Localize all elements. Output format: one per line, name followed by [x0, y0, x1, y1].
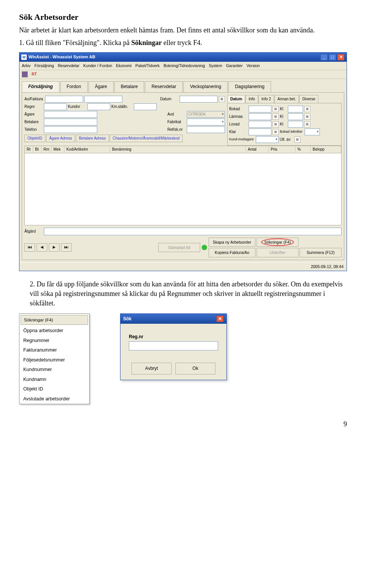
doc-intro: När arbetet är klart kan arbetsordern en… [19, 26, 347, 35]
input-kmstalln[interactable] [134, 103, 157, 110]
menu-item-kundnummer[interactable]: Kundnummer [19, 365, 89, 375]
input-kl3[interactable] [288, 121, 303, 128]
menu-item-objektid[interactable]: Objekt ID [19, 384, 89, 394]
toolbar-icon[interactable] [22, 71, 28, 77]
input-klar[interactable] [249, 129, 271, 135]
input-aofaktura[interactable] [45, 96, 83, 103]
menu-item[interactable]: Paket/Tidverk [135, 63, 160, 69]
nav-last[interactable]: ⏭ [61, 243, 72, 252]
input-kl2[interactable] [288, 113, 303, 120]
select-fabrikat[interactable] [187, 119, 225, 125]
kopiera-button[interactable]: Kopiera Faktura/Ao [209, 248, 255, 257]
menu-item[interactable]: Garantier [226, 63, 243, 69]
input-bokad[interactable] [249, 106, 271, 112]
calendar-icon[interactable]: ▦ [273, 106, 279, 112]
col-benamning: Benämning [110, 146, 246, 153]
subtab-datum[interactable]: Datum [227, 95, 245, 103]
btn-agareadress[interactable]: Ägare Adress [46, 135, 75, 142]
label-fabrikat: Fabrikat [167, 119, 186, 125]
menu-item[interactable]: Försäljning [34, 63, 54, 69]
input-regnr[interactable] [44, 103, 67, 110]
menu-item[interactable]: Kunder / Fordon [83, 63, 112, 69]
app-window: W WinAssist - Winassist System AB _ □ ✕ … [19, 52, 347, 271]
input-agare[interactable] [44, 111, 97, 118]
label-betalare: Betalare [24, 119, 43, 125]
menu-item[interactable]: Bokning/Tidredovisning [164, 63, 205, 69]
tab-betalare[interactable]: Betalare [114, 81, 144, 92]
maximize-button[interactable]: □ [329, 54, 336, 61]
sokningar-button[interactable]: Sökningar (F4) [257, 238, 299, 247]
tab-agare[interactable]: Ägare [88, 81, 114, 92]
sok-cancel-button[interactable]: Avbryt [132, 363, 172, 374]
calendar-icon[interactable]: ▦ [304, 106, 310, 112]
menu-head[interactable]: Sökningar (F4) [21, 315, 88, 325]
skapa-button[interactable]: Skapa ny Arbetsorder [209, 238, 255, 247]
menu-item[interactable]: Reservdelar [58, 63, 80, 69]
status-dot-icon [202, 245, 207, 250]
subtab-annanbet[interactable]: Annan bet. [274, 95, 299, 103]
sok-ok-button[interactable]: Ok [175, 363, 215, 374]
label-aofaktura: Ao/Faktura [24, 96, 44, 102]
nav-next[interactable]: ► [49, 243, 59, 252]
utskrifter-button[interactable]: Utskrifter [257, 248, 299, 257]
label-kl3: Kl [280, 122, 287, 127]
sok-close-button[interactable]: ✕ [216, 315, 224, 322]
sokningar-label: Sökningar (F4) [261, 238, 294, 246]
col-mek: Mek [51, 146, 64, 153]
close-button[interactable]: ✕ [337, 54, 345, 61]
list-body[interactable] [24, 153, 342, 225]
tab-veckoplanering[interactable]: Veckoplanering [183, 81, 228, 92]
col-pris: Pris [269, 146, 295, 153]
calendar-icon[interactable]: ▦ [304, 121, 310, 127]
calendar-icon[interactable]: ▦ [219, 96, 225, 102]
label-bokadtek: Bokad tekniker [280, 129, 303, 134]
nav-prev[interactable]: ◄ [37, 243, 47, 252]
col-kod: Kod/Artikelnr [64, 146, 110, 153]
select-avd[interactable]: CITROEN [187, 111, 225, 118]
menu-item-regnummer[interactable]: Regnummer [19, 336, 89, 346]
input-lamnas[interactable] [249, 113, 271, 120]
calendar-icon[interactable]: ▦ [273, 121, 279, 127]
btn-objektid[interactable]: ObjektID [24, 135, 45, 142]
input-telefon[interactable] [44, 126, 97, 133]
tab-fordon[interactable]: Fordon [60, 81, 88, 92]
input-datum[interactable] [180, 96, 218, 103]
label-utlav: Utl. av [280, 137, 293, 142]
input-refsknr[interactable] [187, 126, 225, 133]
summera-button[interactable]: Summera (F12) [300, 248, 342, 257]
nav-first[interactable]: ⏮ [24, 243, 35, 252]
col-rm: Rm [42, 146, 51, 153]
tab-forsaljning[interactable]: Försäljning [22, 81, 59, 92]
minimize-button[interactable]: _ [320, 54, 328, 61]
select-kundmottag[interactable] [256, 136, 279, 143]
input-betalare[interactable] [44, 119, 97, 125]
menu-item-avslutade[interactable]: Avslutade arbetsorder [19, 394, 89, 404]
tab-dagsplanering[interactable]: Dagsplanering [228, 81, 271, 92]
menu-item[interactable]: System [209, 63, 222, 69]
calendar-icon[interactable]: ▦ [304, 114, 310, 120]
menu-item-foljesedelsnummer[interactable]: Följesedelsnummer [19, 355, 89, 365]
btn-betalareadress[interactable]: Betalare Adress [76, 135, 109, 142]
calendar-icon[interactable]: ▦ [294, 137, 300, 143]
input-kl[interactable] [288, 106, 303, 112]
tab-reservdelar[interactable]: Reservdelar [145, 81, 183, 92]
subtab-info[interactable]: Info [246, 95, 258, 103]
subtab-diverse[interactable]: Diverse [299, 95, 318, 103]
input-lovad[interactable] [249, 121, 271, 128]
btn-chassinr[interactable]: Chassinr/Motornr/Årsmodell/Märkeskod [110, 135, 183, 142]
menu-item[interactable]: Arkiv [22, 63, 30, 69]
stamplad-button[interactable]: Stämplad tid [158, 243, 200, 252]
menu-item[interactable]: Ekonomi [116, 63, 132, 69]
sok-input[interactable] [129, 341, 218, 350]
input-atgard[interactable] [44, 228, 342, 235]
input-kundnr[interactable] [87, 103, 110, 110]
calendar-icon[interactable]: ▦ [273, 129, 279, 135]
menu-item-fakturanummer[interactable]: Fakturanummer [19, 345, 89, 355]
menu-item-oppna[interactable]: Öppna arbetsorder [19, 326, 89, 336]
menu-item[interactable]: Version [246, 63, 260, 69]
subtab-info2[interactable]: Info 2 [258, 95, 274, 103]
menu-item-kundnamn[interactable]: Kundnamn [19, 375, 89, 385]
select-bokadtek[interactable] [305, 129, 320, 135]
input-aofaktura2[interactable] [84, 96, 122, 103]
calendar-icon[interactable]: ▦ [273, 114, 279, 120]
